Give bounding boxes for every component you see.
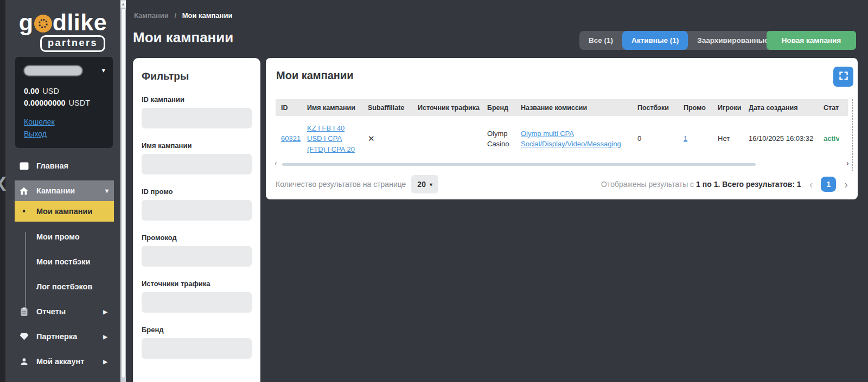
page-number-button[interactable]: 1 [821,177,836,192]
brand-logo[interactable]: gdlike partners [11,11,114,52]
sidebar-item-my-campaigns[interactable]: • Мои кампании [15,201,114,222]
scrollbar-thumb[interactable] [121,8,126,378]
left-rail: ❮ [0,0,5,382]
diamond-icon [19,333,29,340]
tab-all[interactable]: Все (1) [579,31,622,50]
fullscreen-icon [839,72,848,82]
filters-title: Фильтры [142,70,252,82]
vertical-scrollbar[interactable]: ▲ [120,0,126,382]
person-icon [19,358,29,366]
column-header-created: Дата создания [749,104,824,112]
breadcrumb-separator: / [174,11,176,20]
created-date-cell: 16/10/2025 16:03:32 [749,133,824,144]
chevron-down-icon: ▾ [430,182,432,187]
hscroll-left-icon[interactable]: ‹ [275,159,277,167]
sidebar-item-postback-log[interactable]: Лог постбэков [15,276,114,297]
pagination: Отображены результаты с1 по 1. Всего рез… [601,177,848,192]
campaign-name-input[interactable] [142,154,252,174]
promo-count-link[interactable]: 1 [684,133,687,144]
column-header-subaffiliate: Subaffiliate [368,104,418,112]
user-dropdown-caret-icon[interactable]: ▾ [101,66,105,74]
sidebar-item-my-postbacks[interactable]: Мои постбэки [15,251,114,272]
per-page-label: Количество результатов на странице [276,180,406,189]
window-icon [19,162,29,170]
promocode-input[interactable] [142,246,252,267]
user-panel: ▾ 0.00USD 0.00000000USDT Кошелек Выход [15,57,113,148]
hscroll-right-icon[interactable]: › [846,159,849,167]
scrollbar-up-icon[interactable]: ▲ [120,1,126,8]
filter-label-promo-id: ID промо [142,187,252,196]
brand-cell: Olymp Casino [487,128,521,150]
sidebar-item-my-account[interactable]: Мой аккаунт ▶ [15,351,114,372]
campaigns-card-title: Мои кампании [276,69,354,82]
brand-input[interactable] [142,338,252,359]
tab-active[interactable]: Активные (1) [622,31,688,50]
filter-label-promocode: Промокод [142,234,252,242]
chevron-down-icon: ▾ [105,187,108,195]
table-footer: Количество результатов на странице 20 ▾ … [276,175,848,193]
prev-page-icon[interactable]: ‹ [809,179,813,190]
wallet-link[interactable]: Кошелек [24,116,55,128]
sidebar-item-partner-program[interactable]: Партнерка ▶ [15,326,114,347]
brand-logo-badge: partners [40,35,105,52]
logout-link[interactable]: Выход [24,128,47,140]
table-header-row: ID Имя кампании Subaffiliate Источник тр… [276,99,848,116]
per-page-select[interactable]: 20 ▾ [411,175,438,193]
traffic-sources-input[interactable] [142,292,252,313]
balance-block: 0.00USD 0.00000000USDT [24,85,104,109]
balance-usd: 0.00USD [24,85,104,97]
campaign-id-input[interactable] [142,108,252,128]
brand-logo-text: gdlike [11,11,114,34]
postbacks-cell: 0 [637,133,684,144]
column-header-postbacks: Постбэки [637,104,684,112]
horizontal-scrollbar-thumb[interactable] [282,163,756,166]
filters-panel: Фильтры ID кампании Имя кампании ID пром… [133,58,260,382]
players-cell: Нет [718,133,749,144]
campaigns-card: Мои кампании ID Имя кампании Subaffiliat… [266,58,858,199]
chevron-right-icon: ▶ [103,309,107,315]
sidebar-item-home[interactable]: Главная [15,156,114,176]
status-filter-tabs: Все (1) Активные (1) Заархивированные (0… [579,31,789,50]
home-icon [19,187,29,195]
fullscreen-button[interactable] [833,67,853,87]
filter-label-campaign-name: Имя кампании [142,141,252,150]
commission-link[interactable]: Olymp multi CPA Social/Display/Video/Mes… [521,128,632,150]
table-row: 60321 KZ I FB I 40 USD I CPA (FTD) I CPA… [276,116,848,161]
next-page-icon[interactable]: › [844,179,848,190]
sidebar-item-my-promos[interactable]: Мои промо [15,226,114,247]
column-header-traffic-source: Источник трафика [418,104,487,112]
column-header-id: ID [276,104,307,112]
column-header-promo: Промо [684,104,718,112]
sidebar-item-campaigns[interactable]: Кампании ▾ [15,180,114,201]
x-mark-icon: ✕ [368,134,375,143]
column-header-players: Игроки [718,104,749,112]
active-bullet-icon: • [19,206,29,216]
breadcrumb-parent[interactable]: Кампании [134,11,169,20]
brand-logo-o-icon [34,15,52,33]
column-header-name: Имя кампании [307,104,368,112]
sidebar-menu: Главная Кампании ▾ • Мои кампании Мои пр… [5,156,120,372]
clipboard-icon [19,307,29,316]
filter-label-brand: Бренд [142,326,252,334]
sidebar: gdlike partners ▾ 0.00USD 0.00000000USDT… [5,0,120,382]
filter-label-campaign-id: ID кампании [142,95,252,103]
promo-id-input[interactable] [142,200,252,221]
campaign-id-link[interactable]: 60321 [281,133,301,144]
sidebar-collapse-icon[interactable]: ❮ [0,174,8,191]
column-header-status: Статус [824,104,839,112]
results-summary: Отображены результаты с1 по 1. Всего рез… [601,180,801,189]
page-title: Мои кампании [133,29,233,46]
balance-usdt: 0.00000000USDT [24,97,104,109]
chevron-right-icon: ▶ [103,359,107,365]
column-header-brand: Бренд [487,104,521,112]
sidebar-item-reports[interactable]: Отчеты ▶ [15,301,114,322]
status-badge: active [824,134,839,143]
username-redacted[interactable] [24,66,82,76]
new-campaign-button[interactable]: Новая кампания [767,31,856,50]
sticky-column-divider [852,99,853,171]
app-window: ❮ gdlike partners ▾ 0.00USD 0.00000000US… [0,0,868,382]
column-header-commission: Название комиссии [521,104,637,112]
chevron-right-icon: ▶ [103,334,107,340]
breadcrumb-current: Мои кампании [182,11,233,20]
campaign-name-link[interactable]: KZ I FB I 40 USD I CPA (FTD) I CPA 20 [307,123,359,155]
